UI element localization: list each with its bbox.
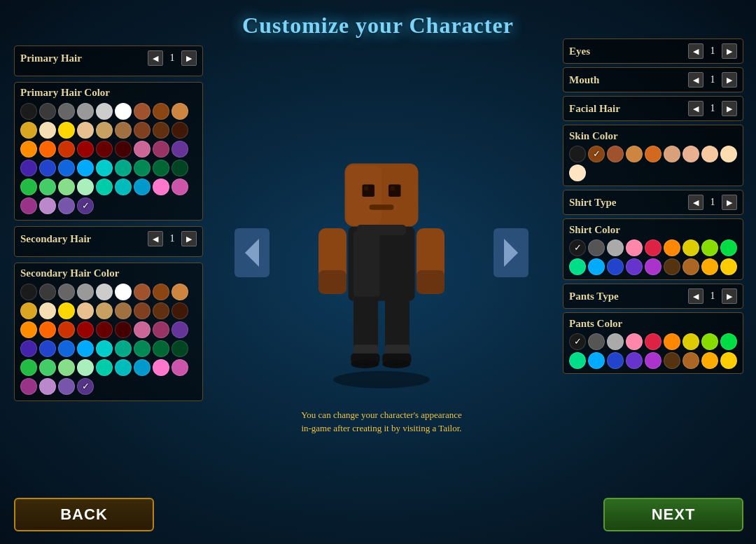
color-swatch[interactable] (39, 359, 56, 376)
color-swatch[interactable] (20, 179, 37, 195)
color-swatch[interactable] (96, 122, 113, 139)
color-swatch[interactable] (588, 146, 605, 162)
color-swatch[interactable] (172, 284, 188, 300)
color-swatch[interactable] (96, 141, 113, 158)
color-swatch[interactable] (682, 352, 699, 369)
color-swatch[interactable] (134, 179, 150, 195)
color-swatch[interactable] (153, 103, 169, 120)
color-swatch[interactable] (20, 378, 37, 395)
color-swatch[interactable] (607, 258, 624, 275)
color-swatch[interactable] (58, 141, 75, 158)
color-swatch[interactable] (134, 160, 150, 176)
color-swatch[interactable] (153, 321, 169, 338)
eyes-next[interactable]: ▶ (722, 43, 737, 59)
color-swatch[interactable] (172, 321, 188, 338)
color-swatch[interactable] (569, 239, 586, 256)
color-swatch[interactable] (58, 359, 75, 376)
color-swatch[interactable] (569, 333, 586, 350)
color-swatch[interactable] (115, 179, 132, 195)
color-swatch[interactable] (115, 302, 132, 319)
color-swatch[interactable] (96, 359, 113, 376)
color-swatch[interactable] (58, 378, 75, 395)
color-swatch[interactable] (77, 141, 94, 158)
color-swatch[interactable] (153, 122, 169, 139)
color-swatch[interactable] (115, 359, 132, 376)
color-swatch[interactable] (134, 302, 150, 319)
color-swatch[interactable] (172, 141, 188, 158)
color-swatch[interactable] (58, 179, 75, 195)
color-swatch[interactable] (77, 284, 94, 300)
color-swatch[interactable] (77, 122, 94, 139)
color-swatch[interactable] (134, 122, 150, 139)
color-swatch[interactable] (153, 359, 169, 376)
color-swatch[interactable] (172, 160, 188, 176)
color-swatch[interactable] (115, 284, 132, 300)
color-swatch[interactable] (58, 103, 75, 120)
color-swatch[interactable] (96, 103, 113, 120)
color-swatch[interactable] (77, 197, 94, 214)
color-swatch[interactable] (20, 160, 37, 176)
color-swatch[interactable] (664, 239, 680, 256)
pants-type-prev[interactable]: ◀ (688, 288, 704, 304)
color-swatch[interactable] (58, 284, 75, 300)
color-swatch[interactable] (20, 321, 37, 338)
color-swatch[interactable] (77, 103, 94, 120)
character-prev-button[interactable] (234, 228, 270, 277)
color-swatch[interactable] (569, 352, 586, 369)
color-swatch[interactable] (588, 333, 605, 350)
color-swatch[interactable] (115, 321, 132, 338)
color-swatch[interactable] (645, 239, 662, 256)
color-swatch[interactable] (39, 340, 56, 357)
color-swatch[interactable] (645, 258, 662, 275)
color-swatch[interactable] (39, 141, 56, 158)
color-swatch[interactable] (96, 179, 113, 195)
color-swatch[interactable] (134, 103, 150, 120)
color-swatch[interactable] (701, 333, 718, 350)
color-swatch[interactable] (115, 122, 132, 139)
color-swatch[interactable] (77, 340, 94, 357)
color-swatch[interactable] (607, 146, 624, 162)
pants-type-next[interactable]: ▶ (722, 288, 737, 304)
color-swatch[interactable] (77, 378, 94, 395)
color-swatch[interactable] (20, 359, 37, 376)
eyes-prev[interactable]: ◀ (688, 43, 704, 59)
color-swatch[interactable] (134, 141, 150, 158)
primary-hair-next[interactable]: ▶ (181, 50, 197, 66)
primary-hair-prev[interactable]: ◀ (148, 50, 163, 66)
color-swatch[interactable] (115, 103, 132, 120)
back-button[interactable]: BACK (14, 498, 154, 531)
color-swatch[interactable] (20, 122, 37, 139)
color-swatch[interactable] (20, 340, 37, 357)
color-swatch[interactable] (588, 258, 605, 275)
color-swatch[interactable] (39, 160, 56, 176)
color-swatch[interactable] (664, 352, 680, 369)
color-swatch[interactable] (96, 321, 113, 338)
color-swatch[interactable] (664, 146, 680, 162)
color-swatch[interactable] (96, 302, 113, 319)
secondary-hair-next[interactable]: ▶ (181, 231, 197, 246)
color-swatch[interactable] (701, 258, 718, 275)
next-button[interactable]: NEXT (603, 498, 743, 531)
color-swatch[interactable] (645, 333, 662, 350)
color-swatch[interactable] (172, 122, 188, 139)
color-swatch[interactable] (39, 122, 56, 139)
color-swatch[interactable] (20, 141, 37, 158)
color-swatch[interactable] (58, 321, 75, 338)
color-swatch[interactable] (607, 239, 624, 256)
mouth-next[interactable]: ▶ (722, 72, 737, 88)
color-swatch[interactable] (115, 141, 132, 158)
color-swatch[interactable] (39, 302, 56, 319)
color-swatch[interactable] (20, 302, 37, 319)
color-swatch[interactable] (153, 141, 169, 158)
secondary-hair-prev[interactable]: ◀ (148, 231, 163, 246)
color-swatch[interactable] (134, 284, 150, 300)
color-swatch[interactable] (720, 352, 737, 369)
color-swatch[interactable] (39, 284, 56, 300)
color-swatch[interactable] (58, 302, 75, 319)
color-swatch[interactable] (701, 146, 718, 162)
color-swatch[interactable] (115, 340, 132, 357)
color-swatch[interactable] (569, 258, 586, 275)
color-swatch[interactable] (626, 239, 643, 256)
color-swatch[interactable] (39, 103, 56, 120)
color-swatch[interactable] (569, 165, 586, 181)
